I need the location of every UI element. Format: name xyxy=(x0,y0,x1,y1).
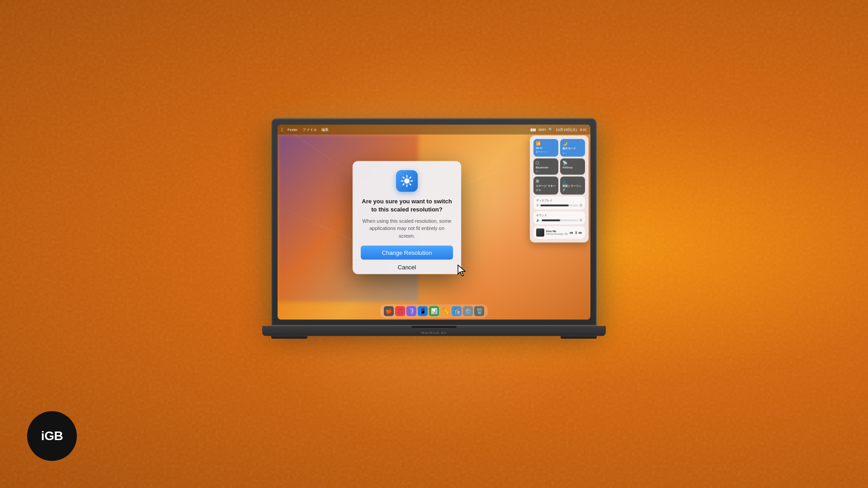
macos-screen:  Finder ファイル 編集 ▮▮▮ WiFi 🔍 10月18日(火) 9:… xyxy=(278,125,590,320)
dialog-title: Are you sure you want to switch to this … xyxy=(361,197,453,213)
svg-point-0 xyxy=(404,178,410,183)
screen-bezel:  Finder ファイル 編集 ▮▮▮ WiFi 🔍 10月18日(火) 9:… xyxy=(278,125,590,320)
macbook-device:  Finder ファイル 編集 ▮▮▮ WiFi 🔍 10月18日(火) 9:… xyxy=(262,118,606,380)
macbook-foot-left xyxy=(271,336,307,339)
dialog-icon xyxy=(396,170,418,192)
cancel-button[interactable]: Cancel xyxy=(353,260,461,274)
igb-logo-text: iGB xyxy=(41,429,63,443)
svg-line-6 xyxy=(410,184,410,185)
macbook-feet xyxy=(262,336,606,339)
macbook-screen-body:  Finder ファイル 編集 ▮▮▮ WiFi 🔍 10月18日(火) 9:… xyxy=(271,118,597,326)
change-resolution-dialog: Are you sure you want to switch to this … xyxy=(353,161,461,274)
macbook-base: MacBook Air xyxy=(262,326,606,336)
change-resolution-button[interactable]: Change Resolution xyxy=(361,246,453,260)
macbook-model-name: MacBook Air xyxy=(421,331,447,335)
igb-logo: iGB xyxy=(27,411,77,461)
svg-line-8 xyxy=(403,184,404,185)
dialog-overlay: Are you sure you want to switch to this … xyxy=(278,125,590,320)
svg-line-7 xyxy=(410,177,410,178)
macbook-foot-right xyxy=(561,336,597,339)
display-brightness-icon xyxy=(400,174,414,188)
svg-line-5 xyxy=(403,177,404,178)
dialog-body: When using this scaled resolution, some … xyxy=(361,217,453,239)
